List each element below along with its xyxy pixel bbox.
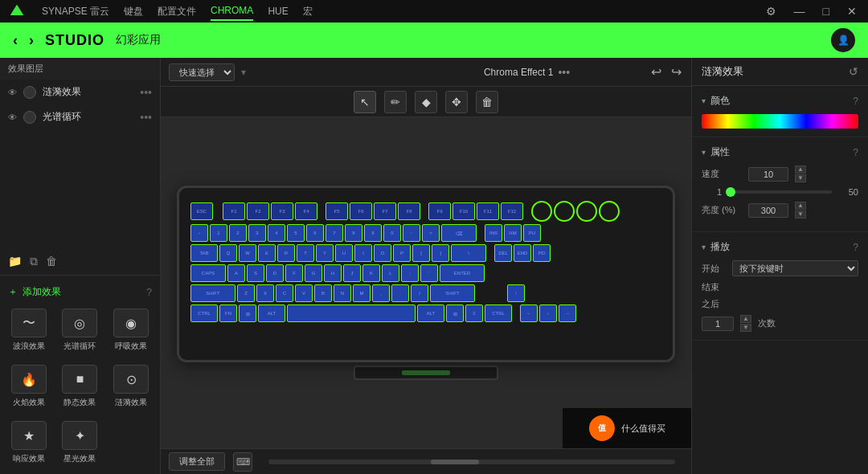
key-f11[interactable]: F11 — [477, 202, 499, 220]
brightness-up-button[interactable]: ▲ — [795, 202, 806, 210]
key-l[interactable]: L — [382, 264, 399, 282]
key-caps[interactable]: CAPS — [190, 264, 226, 282]
key-rshift[interactable]: SHIFT — [430, 284, 475, 302]
timeline-scrollbar[interactable] — [268, 460, 675, 464]
key-end[interactable]: END — [514, 244, 531, 262]
color-section-header[interactable]: 颜色 ? — [702, 94, 858, 108]
effect-card-reactive[interactable]: ★ 响应效果 — [6, 418, 51, 468]
key-space[interactable] — [287, 304, 416, 322]
key-g[interactable]: G — [305, 264, 322, 282]
key-backslash[interactable]: \ — [451, 244, 486, 262]
key-r[interactable]: R — [277, 244, 295, 262]
key-media1[interactable] — [531, 201, 552, 222]
key-media2[interactable] — [554, 201, 575, 222]
key-6[interactable]: 6 — [306, 224, 324, 242]
move-tool-button[interactable]: ✥ — [445, 91, 468, 113]
count-input[interactable] — [702, 317, 734, 331]
nav-profile[interactable]: 配置文件 — [158, 2, 196, 22]
key-f5[interactable]: F5 — [326, 202, 348, 220]
count-up-button[interactable]: ▲ — [740, 315, 751, 323]
key-f9[interactable]: F9 — [428, 202, 451, 220]
key-a[interactable]: A — [227, 264, 245, 282]
key-enter[interactable]: ENTER — [440, 264, 485, 282]
key-f7[interactable]: F7 — [374, 202, 396, 220]
key-f[interactable]: F — [285, 264, 303, 282]
speed-input[interactable] — [748, 167, 788, 182]
nav-keyboard[interactable]: 键盘 — [124, 2, 143, 22]
effect-item-spectrum[interactable]: 👁 光谱循环 ••• — [0, 104, 160, 129]
key-comma[interactable]: , — [372, 284, 390, 302]
key-right[interactable]: → — [559, 304, 576, 322]
eye-icon-spectrum[interactable]: 👁 — [8, 112, 17, 122]
key-period[interactable]: . — [391, 284, 409, 302]
key-rwin[interactable]: ⊞ — [446, 304, 464, 322]
key-media3[interactable] — [576, 201, 597, 222]
key-f1[interactable]: F1 — [223, 202, 245, 220]
key-ralt[interactable]: ALT — [417, 304, 444, 322]
nav-synapse[interactable]: SYNAPSE 雷云 — [42, 2, 109, 22]
key-c[interactable]: C — [276, 284, 293, 302]
key-rctrl[interactable]: CTRL — [485, 304, 512, 322]
key-k[interactable]: K — [362, 264, 380, 282]
count-down-button[interactable]: ▼ — [740, 324, 751, 332]
key-9[interactable]: 9 — [364, 224, 382, 242]
key-tilde[interactable]: ~ — [190, 224, 208, 242]
key-rbracket[interactable]: ] — [432, 244, 449, 262]
key-f10[interactable]: F10 — [452, 202, 475, 220]
key-media4[interactable] — [599, 201, 620, 222]
playback-help-icon[interactable]: ? — [853, 242, 858, 253]
eye-icon-ripple[interactable]: 👁 — [8, 88, 17, 97]
folder-button[interactable]: 📁 — [8, 255, 22, 268]
color-help-icon[interactable]: ? — [853, 96, 858, 107]
maximize-button[interactable]: □ — [820, 3, 833, 19]
effect-card-wave[interactable]: 〜 波浪效果 — [6, 305, 51, 355]
key-del[interactable]: DEL — [494, 244, 512, 262]
nav-chroma[interactable]: CHROMA — [211, 2, 253, 21]
minimize-button[interactable]: — — [791, 3, 809, 19]
settings-button[interactable]: ⚙ — [763, 3, 780, 19]
speed-slider[interactable] — [728, 190, 832, 194]
key-tab[interactable]: TAB — [190, 244, 218, 262]
key-w[interactable]: W — [239, 244, 256, 262]
key-pgup[interactable]: PU — [523, 224, 541, 242]
key-esc[interactable]: ESC — [190, 202, 213, 220]
key-u[interactable]: U — [335, 244, 353, 262]
key-d[interactable]: D — [266, 264, 284, 282]
adjust-all-button[interactable]: 调整全部 — [169, 452, 225, 471]
keyboard-visual[interactable]: ESC F1 F2 F3 F4 F5 F6 F7 F8 F — [177, 186, 675, 362]
key-y[interactable]: Y — [316, 244, 334, 262]
key-f4[interactable]: F4 — [295, 202, 317, 220]
key-left[interactable]: ← — [520, 304, 538, 322]
key-2[interactable]: 2 — [229, 224, 247, 242]
key-e[interactable]: E — [258, 244, 276, 262]
start-select[interactable]: 按下按键时 — [732, 260, 858, 276]
key-3[interactable]: 3 — [248, 224, 266, 242]
add-effects-header[interactable]: ＋ 添加效果 ? — [6, 282, 154, 305]
key-f2[interactable]: F2 — [247, 202, 269, 220]
key-home[interactable]: HM — [504, 224, 522, 242]
key-lbracket[interactable]: [ — [412, 244, 430, 262]
key-p[interactable]: P — [393, 244, 411, 262]
fill-tool-button[interactable]: ◆ — [415, 91, 437, 113]
key-lctrl[interactable]: CTRL — [190, 304, 218, 322]
key-1[interactable]: 1 — [210, 224, 227, 242]
key-f6[interactable]: F6 — [350, 202, 372, 220]
key-lalt[interactable]: ALT — [258, 304, 285, 322]
key-plus[interactable]: = — [422, 224, 440, 242]
canvas-area[interactable]: ESC F1 F2 F3 F4 F5 F6 F7 F8 F — [161, 117, 691, 448]
key-i[interactable]: I — [354, 244, 372, 262]
key-j[interactable]: J — [343, 264, 361, 282]
speed-up-button[interactable]: ▲ — [795, 165, 806, 174]
key-menu[interactable]: ≡ — [465, 304, 483, 322]
key-t[interactable]: T — [297, 244, 314, 262]
key-pgdn[interactable]: PD — [533, 244, 551, 262]
speed-down-button[interactable]: ▼ — [795, 174, 806, 182]
key-v[interactable]: V — [295, 284, 313, 302]
key-backspace[interactable]: ⌫ — [441, 224, 477, 242]
redo-button[interactable]: ↪ — [669, 63, 683, 81]
back-button[interactable]: ‹ — [13, 32, 18, 49]
reset-icon[interactable]: ↺ — [849, 65, 858, 78]
key-lwin[interactable]: ⊞ — [239, 304, 256, 322]
key-down[interactable]: ↓ — [539, 304, 557, 322]
undo-button[interactable]: ↩ — [649, 63, 663, 81]
